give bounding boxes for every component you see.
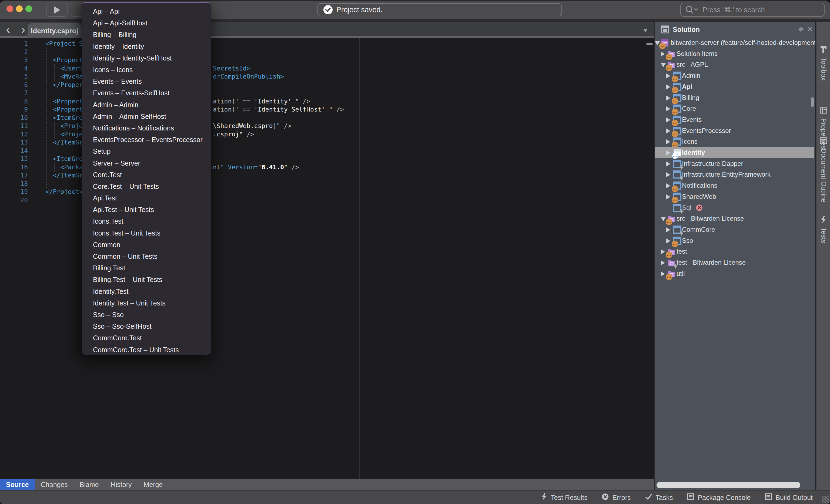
menu-item-billing-billing[interactable]: Billing – Billing bbox=[82, 29, 211, 40]
pin-pad-icon[interactable] bbox=[798, 26, 805, 33]
tab-list-chevron-down-icon[interactable]: ▼ bbox=[642, 27, 648, 34]
tree-row-sso[interactable]: …Sso bbox=[655, 235, 816, 246]
menu-item-identity-identity[interactable]: Identity – Identity bbox=[82, 41, 211, 53]
tree-row-sharedweb[interactable]: …SharedWeb bbox=[655, 191, 816, 202]
menu-item-common[interactable]: Common bbox=[82, 239, 211, 250]
tree-row-identity[interactable]: …Identity bbox=[655, 147, 814, 158]
menu-item-events-events[interactable]: Events – Events bbox=[82, 76, 211, 87]
view-tab-changes[interactable]: Changes bbox=[35, 479, 74, 490]
statusbar-item-tasks[interactable]: Tasks bbox=[645, 493, 673, 502]
tree-row-test-bitwarden-license[interactable]: ✦test - Bitwarden License bbox=[655, 257, 816, 268]
expand-arrow-icon[interactable] bbox=[661, 52, 665, 57]
expand-arrow-icon[interactable] bbox=[666, 150, 670, 155]
tree-row-bitwarden-server-feature-self-hosted-development-[interactable]: …bitwarden-server (feature/self-hosted-d… bbox=[655, 37, 816, 48]
expand-arrow-icon[interactable] bbox=[666, 183, 670, 188]
tree-row-billing[interactable]: …Billing bbox=[655, 92, 816, 103]
expand-arrow-icon[interactable] bbox=[666, 172, 670, 177]
tree-row-util[interactable]: …util bbox=[655, 268, 816, 279]
tree-row-admin[interactable]: …Admin bbox=[655, 70, 816, 81]
tree-row-eventsprocessor[interactable]: …EventsProcessor bbox=[655, 125, 816, 136]
view-tab-blame[interactable]: Blame bbox=[74, 479, 105, 490]
menu-item-notifications-notifications[interactable]: Notifications – Notifications bbox=[82, 122, 211, 134]
collapse-arrow-icon[interactable] bbox=[661, 217, 666, 221]
menu-item-sso-sso[interactable]: Sso – Sso bbox=[82, 309, 211, 321]
menu-item-sso-sso-selfhost[interactable]: Sso – Sso-SelfHost bbox=[82, 321, 211, 332]
tree-row-infrastructure-dapper[interactable]: ✦Infrastructure.Dapper bbox=[655, 158, 816, 169]
menu-item-identity-test[interactable]: Identity.Test bbox=[82, 286, 211, 297]
tree-row-core[interactable]: …Core bbox=[655, 103, 816, 114]
statusbar-item-package-console[interactable]: Package Console bbox=[687, 493, 751, 502]
expand-arrow-icon[interactable] bbox=[666, 162, 670, 166]
menu-item-identity-identity-selfhost[interactable]: Identity – Identity-SelfHost bbox=[82, 53, 211, 64]
expand-arrow-icon[interactable] bbox=[661, 249, 665, 254]
menu-item-icons-test-unit-tests[interactable]: Icons.Test – Unit Tests bbox=[82, 227, 211, 239]
pane-horizontal-scrollbar[interactable] bbox=[657, 482, 800, 488]
resize-grip[interactable] bbox=[822, 496, 829, 503]
expand-arrow-icon[interactable] bbox=[666, 195, 670, 199]
statusbar-item-build-output[interactable]: Build Output bbox=[765, 493, 813, 502]
view-tab-history[interactable]: History bbox=[105, 479, 138, 490]
menu-item-billing-test-unit-tests[interactable]: Billing.Test – Unit Tests bbox=[82, 274, 211, 285]
side-tab-toolbox[interactable]: Toolbox bbox=[817, 45, 830, 80]
close-window-button[interactable] bbox=[6, 5, 13, 12]
menu-item-api-test[interactable]: Api.Test bbox=[82, 192, 211, 204]
tree-row-solution-items[interactable]: …Solution Items bbox=[655, 48, 816, 59]
menu-item-icons-test[interactable]: Icons.Test bbox=[82, 215, 211, 227]
tree-row-sql[interactable]: ✦Sql✕ bbox=[655, 202, 816, 213]
view-tab-merge[interactable]: Merge bbox=[138, 479, 169, 490]
collapse-arrow-icon[interactable] bbox=[655, 41, 660, 45]
close-pad-icon[interactable]: ✕ bbox=[807, 25, 813, 34]
tree-row-test[interactable]: …test bbox=[655, 246, 816, 257]
expand-arrow-icon[interactable] bbox=[661, 271, 665, 276]
menu-item-admin-admin-selfhost[interactable]: Admin – Admin-SelfHost bbox=[82, 111, 211, 122]
expand-arrow-icon[interactable] bbox=[666, 117, 670, 122]
expand-arrow-icon[interactable] bbox=[666, 227, 670, 232]
menu-item-core-test[interactable]: Core.Test bbox=[82, 169, 211, 181]
side-tab-tests[interactable]: Tests bbox=[817, 215, 830, 243]
menu-item-api-api-selfhost[interactable]: Api – Api-SelfHost bbox=[82, 17, 211, 29]
tree-row-src-agpl[interactable]: …src - AGPL bbox=[655, 59, 816, 70]
tree-row-infrastructure-entityframework[interactable]: ✦Infrastructure.EntityFramework bbox=[655, 169, 816, 180]
menu-item-commcore-test[interactable]: CommCore.Test bbox=[82, 332, 211, 344]
navigate-back-button[interactable]: ‹ bbox=[2, 23, 14, 36]
menu-item-identity-test-unit-tests[interactable]: Identity.Test – Unit Tests bbox=[82, 297, 211, 309]
menu-item-commcore-test-unit-tests[interactable]: CommCore.Test – Unit Tests bbox=[82, 344, 211, 356]
tree-row-api[interactable]: …Api bbox=[655, 81, 816, 92]
search-input[interactable]: Press '⌘.' to search bbox=[680, 3, 825, 17]
collapse-arrow-icon[interactable] bbox=[661, 63, 666, 67]
menu-item-api-api[interactable]: Api – Api bbox=[82, 6, 211, 17]
view-tab-source[interactable]: Source bbox=[0, 479, 35, 490]
tab-identity-csproj[interactable]: Identity.csproj bbox=[28, 23, 82, 38]
statusbar-item-errors[interactable]: Errors bbox=[601, 493, 631, 502]
tree-row-commcore[interactable]: ✦CommCore bbox=[655, 224, 816, 235]
expand-arrow-icon[interactable] bbox=[661, 260, 665, 265]
menu-item-billing-test[interactable]: Billing.Test bbox=[82, 262, 211, 274]
menu-item-server-server[interactable]: Server – Server bbox=[82, 157, 211, 169]
menu-item-setup[interactable]: Setup bbox=[82, 145, 211, 157]
side-tab-document-outline[interactable]: Document Outline bbox=[817, 137, 830, 203]
menu-item-events-events-selfhost[interactable]: Events – Events-SelfHost bbox=[82, 87, 211, 99]
menu-item-common-unit-tests[interactable]: Common – Unit Tests bbox=[82, 250, 211, 262]
expand-arrow-icon[interactable] bbox=[666, 129, 670, 133]
menu-item-admin-admin[interactable]: Admin – Admin bbox=[82, 99, 211, 111]
menu-item-icons-icons[interactable]: Icons – Icons bbox=[82, 64, 211, 76]
expand-arrow-icon[interactable] bbox=[666, 85, 670, 90]
expand-arrow-icon[interactable] bbox=[666, 238, 670, 243]
tree-scrollbar-thumb[interactable] bbox=[811, 97, 814, 107]
tree-row-icons[interactable]: …Icons bbox=[655, 136, 816, 147]
tree-row-src-bitwarden-license[interactable]: …src - Bitwarden License bbox=[655, 213, 816, 224]
menu-item-api-test-unit-tests[interactable]: Api.Test – Unit Tests bbox=[82, 204, 211, 215]
expand-arrow-icon[interactable] bbox=[666, 139, 670, 144]
expand-arrow-icon[interactable] bbox=[666, 73, 670, 78]
expand-arrow-icon[interactable] bbox=[666, 96, 670, 100]
zoom-window-button[interactable] bbox=[25, 5, 32, 12]
expand-arrow-icon[interactable] bbox=[666, 106, 670, 111]
minimize-window-button[interactable] bbox=[16, 5, 23, 12]
menu-item-core-test-unit-tests[interactable]: Core.Test – Unit Tests bbox=[82, 181, 211, 192]
tree-row-notifications[interactable]: …Notifications bbox=[655, 180, 816, 191]
run-button[interactable] bbox=[46, 3, 68, 17]
statusbar-item-test-results[interactable]: Test Results bbox=[541, 493, 587, 502]
menu-item-eventsprocessor-eventsprocessor[interactable]: EventsProcessor – EventsProcessor bbox=[82, 134, 211, 145]
tree-row-events[interactable]: …Events bbox=[655, 114, 816, 125]
code-fragment-right: ation)' == 'Identity' " /> bbox=[213, 97, 310, 106]
